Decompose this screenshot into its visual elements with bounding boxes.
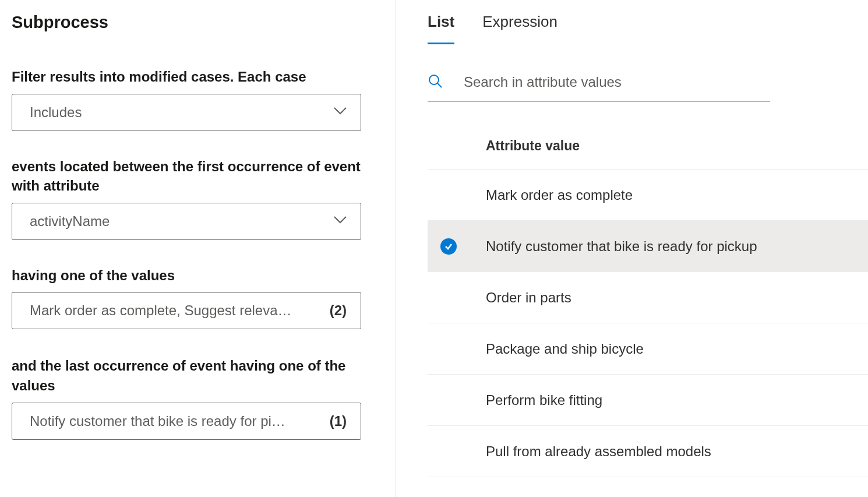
last-values-count: (1) [330, 413, 347, 429]
right-panel: List Expression Attribute value Mark ord… [396, 0, 868, 497]
attribute-row-label: Pull from already assembled models [486, 443, 711, 460]
attribute-row-label: Perform bike fitting [486, 392, 602, 408]
attribute-row-label: Notify customer that bike is ready for p… [486, 238, 757, 255]
tab-list[interactable]: List [428, 13, 454, 44]
tabs: List Expression [428, 13, 868, 44]
last-values-label: and the last occurrence of event having … [12, 356, 384, 395]
search-icon [428, 73, 443, 91]
attribute-row-label: Mark order as complete [486, 187, 633, 203]
filter-mode-dropdown[interactable]: Includes [12, 94, 361, 131]
events-between-label: events located between the first occurre… [12, 157, 384, 196]
attribute-row[interactable]: Package and ship bicycle [428, 323, 868, 375]
filter-mode-value: Includes [30, 104, 327, 121]
attribute-row-label: Order in parts [486, 290, 571, 306]
page-title: Subprocess [12, 13, 384, 32]
first-values-count: (2) [330, 302, 347, 319]
attribute-dropdown[interactable]: activityName [12, 203, 361, 240]
attribute-value-list: Mark order as completeNotify customer th… [428, 170, 868, 477]
attribute-value-header: Attribute value [428, 138, 868, 170]
attribute-row[interactable]: Mark order as complete [428, 170, 868, 221]
attribute-row[interactable]: Order in parts [428, 272, 868, 323]
filter-label: Filter results into modified cases. Each… [12, 67, 384, 87]
first-values-multiselect[interactable]: Mark order as complete, Suggest releva… … [12, 292, 361, 329]
attribute-row-label: Package and ship bicycle [486, 341, 644, 357]
search-input[interactable] [464, 74, 770, 90]
left-panel: Subprocess Filter results into modified … [0, 0, 396, 497]
search-row [428, 68, 770, 102]
last-values-text: Notify customer that bike is ready for p… [30, 413, 323, 429]
attribute-row[interactable]: Perform bike fitting [428, 375, 868, 426]
tab-expression[interactable]: Expression [482, 13, 558, 44]
attribute-row[interactable]: Pull from already assembled models [428, 426, 868, 477]
attribute-row[interactable]: Notify customer that bike is ready for p… [428, 221, 868, 272]
check-icon [440, 238, 457, 255]
chevron-down-icon [334, 216, 347, 227]
last-values-multiselect[interactable]: Notify customer that bike is ready for p… [12, 403, 361, 440]
values-label: having one of the values [12, 266, 384, 285]
chevron-down-icon [334, 107, 347, 118]
attribute-value: activityName [30, 213, 327, 230]
first-values-text: Mark order as complete, Suggest releva… [30, 302, 323, 319]
svg-point-0 [429, 75, 439, 84]
svg-line-1 [437, 83, 442, 87]
